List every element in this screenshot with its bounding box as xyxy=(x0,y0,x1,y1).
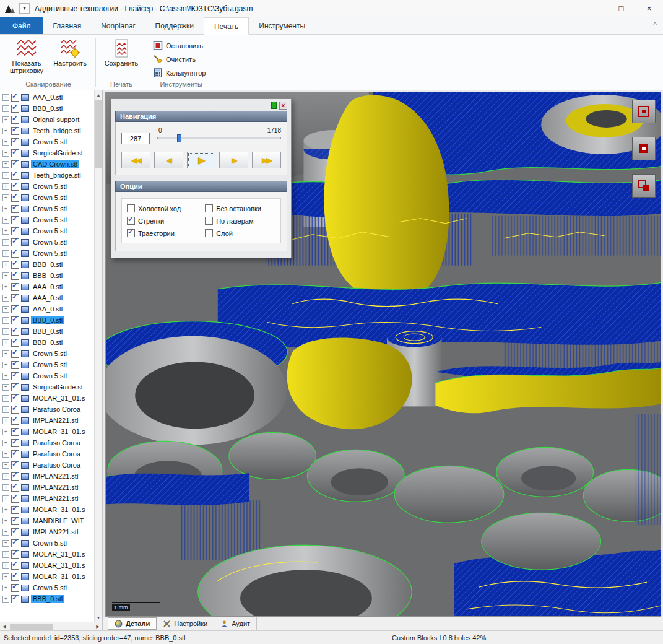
expand-icon[interactable]: + xyxy=(2,395,9,402)
tree-item[interactable]: + ✓ MOLAR_31_01.s xyxy=(1,426,93,437)
tree-item[interactable]: + ✓ BBB_0.stl xyxy=(1,270,93,281)
quick-access-dropdown[interactable]: ▾ xyxy=(19,3,30,14)
expand-icon[interactable]: + xyxy=(2,406,9,413)
expand-icon[interactable]: + xyxy=(2,551,9,558)
option-item[interactable]: ✓ По лазерам xyxy=(205,217,275,225)
scroll-down-icon[interactable]: ▼ xyxy=(95,613,102,622)
model-name[interactable]: IMPLAN221.stl xyxy=(31,417,80,424)
item-checkbox[interactable]: ✓ xyxy=(11,472,19,481)
expand-icon[interactable]: + xyxy=(2,529,9,536)
view-mode-button-1[interactable] xyxy=(632,100,656,123)
model-name[interactable]: Parafuso Coroa xyxy=(31,439,82,446)
model-name[interactable]: Parafuso Coroa xyxy=(31,450,82,458)
expand-icon[interactable]: + xyxy=(2,384,9,391)
model-name[interactable]: Crown 5.stl xyxy=(31,194,69,201)
expand-icon[interactable]: + xyxy=(2,194,9,201)
tree-item[interactable]: + ✓ SurgicalGuide.st xyxy=(1,381,93,393)
expand-icon[interactable]: + xyxy=(2,239,9,246)
model-name[interactable]: Parafuso Coroa xyxy=(31,406,82,413)
tree-item[interactable]: + ✓ MANDIBLE_WIT xyxy=(1,515,93,526)
panel-close-icon[interactable]: × xyxy=(279,102,287,110)
model-name[interactable]: Crown 5.stl xyxy=(31,227,69,235)
tree-item[interactable]: + ✓ Crown 5.stl xyxy=(1,348,93,359)
model-name[interactable]: SurgicalGuide.st xyxy=(31,383,85,391)
layer-slider[interactable]: 0 1718 xyxy=(157,127,281,144)
option-checkbox[interactable]: ✓ xyxy=(127,229,135,237)
model-name[interactable]: BBB_0.stl xyxy=(31,261,64,268)
tree-item[interactable]: + ✓ Parafuso Coroa xyxy=(1,448,93,459)
model-name[interactable]: AAA_0.stl xyxy=(31,305,64,313)
option-item[interactable]: ✓ Холостой ход xyxy=(127,204,195,212)
model-name[interactable]: BBB_0.stl xyxy=(31,595,64,603)
tree-item[interactable]: + ✓ Parafuso Coroa xyxy=(1,404,93,415)
model-name[interactable]: MANDIBLE_WIT xyxy=(31,517,86,524)
minimize-button[interactable]: – xyxy=(579,0,607,17)
item-checkbox[interactable]: ✓ xyxy=(11,160,19,168)
expand-icon[interactable]: + xyxy=(2,150,9,157)
model-name[interactable]: Crown 5.stl xyxy=(31,183,69,190)
model-name[interactable]: Crown 5.stl xyxy=(31,216,69,224)
expand-icon[interactable]: + xyxy=(2,350,9,357)
pin-icon[interactable] xyxy=(271,102,277,109)
tree-item[interactable]: + ✓ BBB_0.stl xyxy=(1,103,93,114)
3d-viewport[interactable]: 1 mm × Навигация 0 1718 xyxy=(105,92,661,617)
expand-icon[interactable]: + xyxy=(2,362,9,368)
tree-item[interactable]: + ✓ MOLAR_31_01.s xyxy=(1,393,93,404)
tree-item[interactable]: + ✓ MOLAR_31_01.s xyxy=(1,571,93,582)
item-checkbox[interactable]: ✓ xyxy=(11,517,19,525)
item-checkbox[interactable]: ✓ xyxy=(11,506,19,514)
model-name[interactable]: BBB_0.stl xyxy=(31,339,64,346)
tree-item[interactable]: + ✓ Crown 5.stl xyxy=(1,214,93,225)
tree-item[interactable]: + ✓ AAA_0.stl xyxy=(1,303,93,315)
item-checkbox[interactable]: ✓ xyxy=(11,283,19,291)
tree-item[interactable]: + ✓ AAA_0.stl xyxy=(1,281,93,292)
model-name[interactable]: SurgicalGuide.st xyxy=(31,149,85,157)
expand-icon[interactable]: + xyxy=(2,540,9,547)
item-checkbox[interactable]: ✓ xyxy=(11,528,19,536)
item-checkbox[interactable]: ✓ xyxy=(11,550,19,559)
tab-file[interactable]: Файл xyxy=(0,17,43,34)
option-item[interactable]: ✓ Без остановки xyxy=(205,204,275,212)
expand-icon[interactable]: + xyxy=(2,272,9,279)
expand-icon[interactable]: + xyxy=(2,94,9,101)
item-checkbox[interactable]: ✓ xyxy=(11,227,19,235)
tree-item[interactable]: + ✓ Crown 5.stl xyxy=(1,370,93,381)
item-checkbox[interactable]: ✓ xyxy=(11,116,19,124)
item-checkbox[interactable]: ✓ xyxy=(11,417,19,425)
item-checkbox[interactable]: ✓ xyxy=(11,350,19,358)
expand-icon[interactable]: + xyxy=(2,484,9,491)
expand-icon[interactable]: + xyxy=(2,139,9,146)
expand-icon[interactable]: + xyxy=(2,128,9,134)
expand-icon[interactable]: + xyxy=(2,507,9,513)
tree-item[interactable]: + ✓ Crown 5.stl xyxy=(1,582,93,593)
ribbon-collapse-button[interactable]: ^ xyxy=(653,20,657,29)
expand-icon[interactable]: + xyxy=(2,462,9,469)
tree-item[interactable]: + ✓ BBB_0.stl xyxy=(1,337,93,348)
model-name[interactable]: AAA_0.stl xyxy=(31,294,64,302)
tab-home[interactable]: Главная xyxy=(43,17,92,34)
option-checkbox[interactable]: ✓ xyxy=(127,217,135,225)
model-name[interactable]: Crown 5.stl xyxy=(31,361,69,368)
tree-item[interactable]: + ✓ BBB_0.stl xyxy=(1,326,93,337)
expand-icon[interactable]: + xyxy=(2,585,9,591)
expand-icon[interactable]: + xyxy=(2,250,9,257)
expand-icon[interactable]: + xyxy=(2,306,9,313)
option-checkbox[interactable]: ✓ xyxy=(205,204,213,212)
item-checkbox[interactable]: ✓ xyxy=(11,205,19,213)
model-name[interactable]: MOLAR_31_01.s xyxy=(31,562,87,569)
item-checkbox[interactable]: ✓ xyxy=(11,584,19,592)
item-checkbox[interactable]: ✓ xyxy=(11,105,19,113)
item-checkbox[interactable]: ✓ xyxy=(11,261,19,269)
tree-item[interactable]: + ✓ Teeth_bridge.stl xyxy=(1,170,93,181)
tab-tools[interactable]: Инструменты xyxy=(249,17,315,34)
item-checkbox[interactable]: ✓ xyxy=(11,294,19,302)
tree-item[interactable]: + ✓ Parafuso Coroa xyxy=(1,437,93,448)
configure-scan-button[interactable]: Настроить xyxy=(48,35,92,69)
item-checkbox[interactable]: ✓ xyxy=(11,484,19,492)
expand-icon[interactable]: + xyxy=(2,317,9,324)
tree-item[interactable]: + ✓ Parafuso Coroa xyxy=(1,459,93,471)
tree-item[interactable]: + ✓ AAA_0.stl xyxy=(1,292,93,303)
model-name[interactable]: CAD Crown.stl xyxy=(31,160,79,168)
option-item[interactable]: ✓ Траектории xyxy=(127,229,195,237)
tree-item[interactable]: + ✓ Crown 5.stl xyxy=(1,181,93,192)
